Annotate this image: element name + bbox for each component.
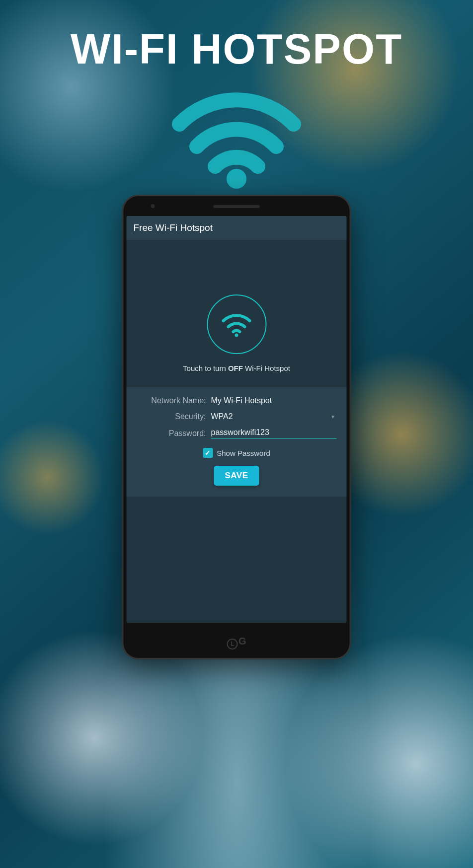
- wifi-icon: [169, 77, 304, 191]
- password-label: Password:: [137, 429, 211, 438]
- app-content: Touch to turn OFF Wi-Fi Hotspot Network …: [127, 240, 347, 623]
- security-label: Security:: [137, 412, 211, 421]
- speaker-grille: [213, 204, 260, 208]
- show-password-row[interactable]: ✓ Show Password: [203, 448, 270, 458]
- security-select[interactable]: WPA2: [211, 412, 331, 421]
- camera-dot: [151, 204, 155, 208]
- phone-chin: LLGG: [124, 626, 350, 658]
- promo-title: WI-FI HOTSPOT: [0, 25, 473, 73]
- settings-form: Network Name: My Wi-Fi Hotspot Security:…: [127, 387, 347, 497]
- password-input[interactable]: passworkwifi123: [211, 428, 337, 439]
- chevron-down-icon: ▾: [331, 413, 337, 420]
- hint-suffix: Wi-Fi Hotspot: [243, 364, 290, 372]
- app-screen: Free Wi-Fi Hotspot Touch to turn OFF Wi-…: [127, 216, 347, 623]
- phone-frame: Free Wi-Fi Hotspot Touch to turn OFF Wi-…: [124, 196, 350, 658]
- show-password-label: Show Password: [217, 449, 270, 457]
- show-password-checkbox[interactable]: ✓: [203, 448, 213, 458]
- toggle-hint-text: Touch to turn OFF Wi-Fi Hotspot: [183, 364, 290, 372]
- svg-point-0: [227, 169, 246, 189]
- password-row: Password: passworkwifi123: [137, 428, 337, 439]
- save-button[interactable]: SAVE: [214, 466, 259, 486]
- security-row[interactable]: Security: WPA2 ▾: [137, 412, 337, 421]
- hotspot-toggle-button[interactable]: [207, 294, 266, 354]
- app-titlebar: Free Wi-Fi Hotspot: [127, 216, 347, 240]
- hint-state: OFF: [228, 364, 243, 372]
- svg-point-1: [235, 333, 238, 337]
- wifi-icon: [221, 311, 253, 338]
- hint-prefix: Touch to turn: [183, 364, 228, 372]
- network-name-input[interactable]: My Wi-Fi Hotspot: [211, 396, 337, 405]
- network-name-label: Network Name:: [137, 396, 211, 405]
- network-name-row: Network Name: My Wi-Fi Hotspot: [137, 396, 337, 405]
- device-brand-logo: LLGG: [227, 636, 246, 648]
- phone-top-bezel: [124, 196, 350, 216]
